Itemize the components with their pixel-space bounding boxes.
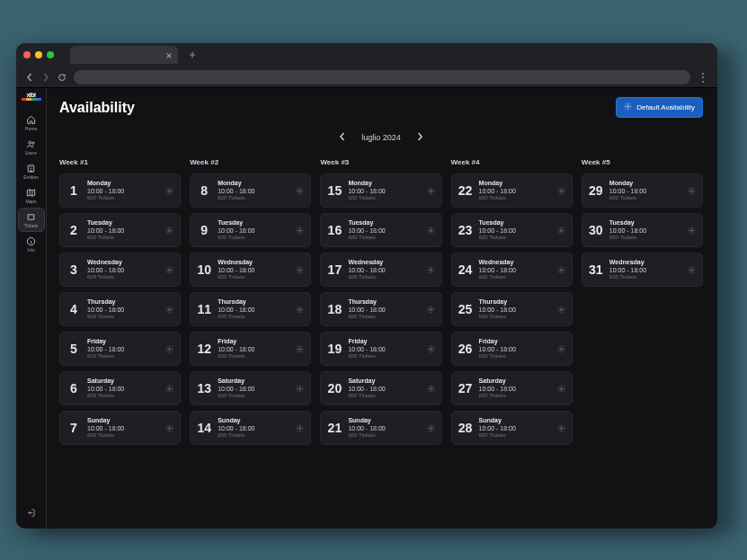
day-card[interactable]: 27Saturday10:00 - 18:00600 Tickets bbox=[451, 371, 573, 405]
day-card[interactable]: 4Thursday10:00 - 18:00600 Tickets bbox=[59, 292, 181, 326]
browser-menu-icon[interactable]: ⋮ bbox=[698, 72, 708, 83]
day-card[interactable]: 18Thursday10:00 - 18:00600 Tickets bbox=[320, 292, 441, 326]
day-settings-button[interactable] bbox=[427, 182, 435, 199]
day-card[interactable]: 10Wednesday10:00 - 18:00600 Tickets bbox=[190, 253, 311, 287]
new-tab-button[interactable] bbox=[189, 51, 196, 58]
day-card[interactable]: 5Friday10:00 - 18:00600 Tickets bbox=[59, 332, 181, 366]
nav-forward-icon[interactable] bbox=[41, 69, 50, 85]
day-settings-button[interactable] bbox=[557, 341, 565, 357]
day-card[interactable]: 7Sunday10:00 - 18:00600 Tickets bbox=[59, 411, 181, 445]
window-minimize-icon[interactable] bbox=[35, 51, 42, 58]
day-card[interactable]: 1Monday10:00 - 18:00600 Tickets bbox=[59, 173, 181, 208]
sidebar-item-info[interactable]: Info bbox=[19, 233, 44, 255]
sidebar-item-maps[interactable]: Maps bbox=[19, 184, 44, 207]
window-traffic-lights[interactable] bbox=[23, 51, 54, 58]
day-settings-button[interactable] bbox=[296, 222, 304, 238]
url-input[interactable] bbox=[74, 70, 690, 84]
day-name: Thursday bbox=[479, 298, 551, 306]
close-tab-icon[interactable] bbox=[165, 47, 173, 63]
nav-reload-icon[interactable] bbox=[58, 69, 67, 85]
gear-icon bbox=[296, 380, 304, 396]
day-settings-button[interactable] bbox=[296, 182, 304, 199]
day-settings-button[interactable] bbox=[427, 301, 435, 317]
day-settings-button[interactable] bbox=[427, 222, 435, 238]
prev-month-button[interactable] bbox=[336, 129, 349, 146]
day-card[interactable]: 11Thursday10:00 - 18:00600 Tickets bbox=[190, 292, 311, 326]
day-time: 10:00 - 18:00 bbox=[348, 346, 420, 353]
sidebar-item-home[interactable]: Home bbox=[19, 111, 44, 134]
day-settings-button[interactable] bbox=[165, 380, 173, 396]
day-card[interactable]: 23Tuesday10:00 - 18:00600 Tickets bbox=[451, 213, 573, 247]
day-card[interactable]: 20Saturday10:00 - 18:00600 Tickets bbox=[320, 371, 441, 405]
day-settings-button[interactable] bbox=[296, 420, 304, 436]
day-settings-button[interactable] bbox=[296, 380, 304, 396]
day-settings-button[interactable] bbox=[165, 420, 173, 436]
day-card[interactable]: 12Friday10:00 - 18:00600 Tickets bbox=[190, 332, 311, 366]
day-card[interactable]: 15Monday10:00 - 18:00600 Tickets bbox=[320, 173, 441, 208]
day-card[interactable]: 25Thursday10:00 - 18:00600 Tickets bbox=[451, 292, 573, 326]
sidebar-item-users[interactable]: Users bbox=[19, 136, 44, 158]
day-card[interactable]: 30Tuesday10:00 - 18:00600 Tickets bbox=[582, 213, 703, 247]
sidebar-item-tickets[interactable]: Tickets bbox=[19, 209, 44, 231]
day-settings-button[interactable] bbox=[165, 262, 173, 278]
day-tickets: 600 Tickets bbox=[348, 235, 420, 241]
day-number: 15 bbox=[327, 183, 342, 198]
logout-button[interactable] bbox=[19, 500, 44, 529]
day-settings-button[interactable] bbox=[688, 182, 696, 199]
day-card[interactable]: 2Tuesday10:00 - 18:00600 Tickets bbox=[59, 213, 181, 247]
day-settings-button[interactable] bbox=[165, 182, 173, 199]
day-settings-button[interactable] bbox=[165, 341, 173, 357]
next-month-button[interactable] bbox=[414, 129, 426, 146]
day-card[interactable]: 26Friday10:00 - 18:00600 Tickets bbox=[451, 332, 573, 366]
day-card[interactable]: 3Wednesday10:00 - 18:00600 Tickets bbox=[59, 253, 181, 287]
day-card[interactable]: 13Saturday10:00 - 18:00600 Tickets bbox=[190, 371, 311, 405]
day-settings-button[interactable] bbox=[688, 222, 696, 238]
day-settings-button[interactable] bbox=[165, 301, 173, 317]
day-info: Monday10:00 - 18:00600 Tickets bbox=[87, 180, 159, 201]
day-settings-button[interactable] bbox=[296, 262, 304, 278]
sidebar-item-entities[interactable]: Entities bbox=[19, 160, 44, 182]
day-card[interactable]: 19Friday10:00 - 18:00600 Tickets bbox=[320, 332, 441, 366]
day-settings-button[interactable] bbox=[688, 262, 696, 278]
day-settings-button[interactable] bbox=[165, 222, 173, 238]
day-card[interactable]: 16Tuesday10:00 - 18:00600 Tickets bbox=[320, 213, 441, 247]
window-close-icon[interactable] bbox=[23, 51, 31, 58]
day-name: Saturday bbox=[348, 378, 420, 385]
day-card[interactable]: 17Wednesday10:00 - 18:00600 Tickets bbox=[320, 253, 441, 287]
browser-tab[interactable] bbox=[70, 46, 178, 64]
window-maximize-icon[interactable] bbox=[47, 51, 54, 58]
default-availability-button[interactable]: Default Availability bbox=[616, 97, 703, 118]
sidebar-label: Users bbox=[25, 151, 37, 156]
day-number: 26 bbox=[458, 342, 473, 356]
day-name: Monday bbox=[87, 180, 159, 187]
app-logo[interactable]: xibi bbox=[22, 92, 41, 104]
day-card[interactable]: 8Monday10:00 - 18:00600 Tickets bbox=[190, 173, 311, 208]
day-settings-button[interactable] bbox=[427, 380, 435, 396]
day-tickets: 600 Tickets bbox=[609, 195, 681, 201]
day-card[interactable]: 28Sunday10:00 - 18:00600 Tickets bbox=[451, 411, 573, 445]
day-settings-button[interactable] bbox=[557, 380, 565, 396]
day-settings-button[interactable] bbox=[557, 301, 565, 317]
day-settings-button[interactable] bbox=[557, 420, 565, 436]
day-settings-button[interactable] bbox=[557, 222, 565, 238]
nav-back-icon[interactable] bbox=[25, 69, 34, 85]
day-settings-button[interactable] bbox=[427, 420, 435, 436]
day-card[interactable]: 22Monday10:00 - 18:00600 Tickets bbox=[451, 173, 573, 208]
day-tickets: 600 Tickets bbox=[218, 432, 289, 439]
day-card[interactable]: 9Tuesday10:00 - 18:00600 Tickets bbox=[190, 213, 311, 247]
day-settings-button[interactable] bbox=[427, 341, 435, 357]
day-card[interactable]: 29Monday10:00 - 18:00600 Tickets bbox=[582, 173, 703, 208]
day-card[interactable]: 31Wednesday10:00 - 18:00600 Tickets bbox=[582, 253, 703, 287]
day-settings-button[interactable] bbox=[296, 301, 304, 317]
day-card[interactable]: 6Saturday10:00 - 18:00600 Tickets bbox=[59, 371, 181, 405]
day-settings-button[interactable] bbox=[427, 262, 435, 278]
day-settings-button[interactable] bbox=[557, 262, 565, 278]
day-card[interactable]: 21Sunday10:00 - 18:00600 Tickets bbox=[320, 411, 441, 445]
day-card[interactable]: 14Sunday10:00 - 18:00600 Tickets bbox=[190, 411, 311, 445]
svg-point-13 bbox=[299, 229, 301, 231]
day-tickets: 600 Tickets bbox=[609, 235, 681, 241]
day-settings-button[interactable] bbox=[557, 182, 565, 199]
day-card[interactable]: 24Wednesday10:00 - 18:00600 Tickets bbox=[451, 253, 573, 287]
day-settings-button[interactable] bbox=[296, 341, 304, 357]
gear-icon bbox=[688, 262, 696, 277]
